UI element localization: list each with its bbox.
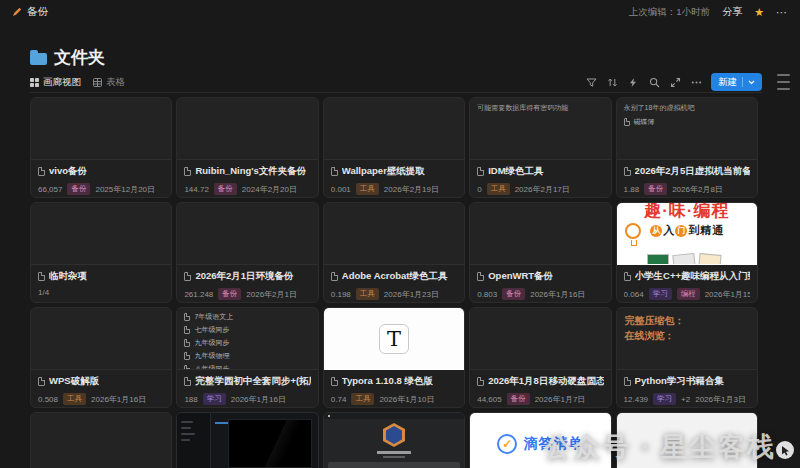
doc-icon xyxy=(38,272,45,281)
gallery-card[interactable]: Wallpaper壁纸提取0.001工具2026年2月19日 xyxy=(323,97,465,198)
more-icon[interactable]: ⋯ xyxy=(776,6,788,19)
card-tag: 工具 xyxy=(351,393,374,405)
subpage-label: 九年级物理 xyxy=(194,351,229,361)
doc-icon xyxy=(184,377,191,386)
gallery-card[interactable]: ✓滴答清单 xyxy=(469,412,611,468)
card-tag: 工具 xyxy=(487,183,510,195)
gallery-card[interactable]: 完整压缩包：在线浏览：Python学习书籍合集12.439学习+22026年1月… xyxy=(616,307,758,408)
card-meta-row: 261.248备份2026年2月1日 xyxy=(184,288,310,300)
tab-gallery-view[interactable]: 画廊视图 xyxy=(30,72,81,92)
gallery-card[interactable]: Ruibin_Ning's文件夹备份144.72备份2024年2月20日 xyxy=(176,97,318,198)
card-count: 0.198 xyxy=(331,290,351,299)
gallery-card[interactable]: vivo备份66,057备份2025年12月20日 xyxy=(30,97,172,198)
card-date: 2026年2月8日 xyxy=(672,184,723,195)
card-title: Typora 1.10.8 绿色版 xyxy=(342,375,433,388)
screenshot-text-line xyxy=(181,439,190,441)
breadcrumb[interactable]: 备份 xyxy=(27,5,48,19)
card-count: 261.248 xyxy=(184,290,213,299)
star-icon[interactable]: ★ xyxy=(754,6,764,19)
gallery-card[interactable]: 临时杂项1/4 xyxy=(30,202,172,303)
gallery-card[interactable] xyxy=(30,412,172,468)
doc-icon xyxy=(184,272,191,281)
card-cover: 可能需要数据库得有密码功能 xyxy=(470,98,610,160)
card-count: 0.74 xyxy=(331,395,347,404)
card-title: 小学生C++趣味编程从入门到精通 xyxy=(635,270,750,283)
screenshot-text-line xyxy=(181,427,191,429)
filter-icon[interactable] xyxy=(585,76,597,88)
gallery-card[interactable] xyxy=(176,412,318,468)
card-title: OpenWRT备份 xyxy=(488,270,553,283)
toc-widget[interactable] xyxy=(777,74,790,90)
doc-icon xyxy=(331,167,338,176)
card-title: Wallpaper壁纸提取 xyxy=(342,165,425,178)
card-date: 2026年1月23日 xyxy=(384,289,439,300)
new-button[interactable]: 新建 xyxy=(711,73,762,91)
lightning-icon[interactable] xyxy=(627,76,639,88)
card-title-row: 2026年1月8日移动硬盘固态备份 xyxy=(477,375,603,388)
card-cover xyxy=(470,308,610,370)
card-meta-row: 0.198工具2026年1月23日 xyxy=(331,288,457,300)
chevron-down-icon xyxy=(748,80,755,85)
card-tag: 备份 xyxy=(507,393,530,405)
gallery-card[interactable]: 7年级语文上七年级同步九年级同步九年级物理八年级同步八年级物理完整学园初中全套同… xyxy=(176,307,318,408)
card-body: Typora 1.10.8 绿色版0.74工具2026年1月10日 xyxy=(324,370,464,405)
card-title-row: 2026年2月1日环境备份 xyxy=(184,270,310,283)
gallery-card[interactable] xyxy=(616,412,758,468)
cover-preview-text: 可能需要数据库得有密码功能 xyxy=(470,98,610,114)
card-meta-row: 0.001工具2026年2月19日 xyxy=(331,183,457,195)
card-meta-row: 188学习2026年1月16日 xyxy=(184,393,310,405)
gallery-card[interactable]: WPS破解版0.508工具2026年1月16日 xyxy=(30,307,172,408)
card-body: WPS破解版0.508工具2026年1月16日 xyxy=(31,370,171,405)
card-count: 1.88 xyxy=(624,185,640,194)
share-button[interactable]: 分享 xyxy=(722,5,742,19)
card-title: IDM绿色工具 xyxy=(488,165,543,178)
card-cover xyxy=(31,308,171,370)
card-body: 完整学园初中全套同步+(拓展)188学习2026年1月16日 xyxy=(177,370,317,405)
card-title: 2026年1月8日移动硬盘固态备份 xyxy=(488,375,603,388)
table-icon xyxy=(93,78,102,87)
card-title-row: 临时杂项 xyxy=(38,270,164,283)
gallery-card[interactable]: 可能需要数据库得有密码功能IDM绿色工具0工具2026年2月17日 xyxy=(469,97,611,198)
book-subtitle-char: 精 xyxy=(700,223,711,238)
gallery-card[interactable]: TTypora 1.10.8 绿色版0.74工具2026年1月10日 xyxy=(323,307,465,408)
gallery-card[interactable] xyxy=(323,412,465,468)
screenshot-toolbar xyxy=(328,462,460,468)
card-cover xyxy=(177,98,317,160)
sort-icon[interactable] xyxy=(606,76,618,88)
gallery-card[interactable]: Adobe Acrobat绿色工具0.198工具2026年1月23日 xyxy=(323,202,465,303)
more-tools-icon[interactable] xyxy=(690,76,702,88)
subpage-label: 八年级同步 xyxy=(194,364,229,370)
cover-highlight-text: 完整压缩包：在线浏览： xyxy=(617,308,757,343)
tab-table-view[interactable]: 表格 xyxy=(93,72,125,92)
card-body: Python学习书籍合集12.439学习+22026年1月3日 xyxy=(617,370,757,405)
gallery-card[interactable]: 永别了18年的虚拟机吧磁碟簿2026年2月5日虚拟机当前备份1.88备份2026… xyxy=(616,97,758,198)
card-meta-row: 12.439学习+22026年1月3日 xyxy=(624,393,750,405)
gallery-card[interactable]: 2026年1月8日移动硬盘固态备份44,605备份2026年1月7日 xyxy=(469,307,611,408)
card-title: Ruibin_Ning's文件夹备份 xyxy=(195,165,306,178)
db-toolbar: 新建 xyxy=(585,73,762,91)
card-cover xyxy=(31,413,171,468)
card-body: Wallpaper壁纸提取0.001工具2026年2月19日 xyxy=(324,160,464,195)
gallery-card[interactable]: 趣·味·编程从入门到精通小学生C++趣味编程从入门到精通0.064学习编程202… xyxy=(616,202,758,303)
card-body: Adobe Acrobat绿色工具0.198工具2026年1月23日 xyxy=(324,265,464,300)
gallery-card[interactable]: 2026年2月1日环境备份261.248备份2026年2月1日 xyxy=(176,202,318,303)
card-date: 2026年1月16日 xyxy=(530,289,585,300)
card-cover xyxy=(31,203,171,265)
gallery-icon xyxy=(30,78,39,87)
card-title: 2026年2月5日虚拟机当前备份 xyxy=(635,165,750,178)
button-divider xyxy=(742,77,743,87)
search-icon[interactable] xyxy=(648,76,660,88)
gallery-card[interactable]: OpenWRT备份0.803备份2026年1月16日 xyxy=(469,202,611,303)
expand-icon[interactable] xyxy=(669,76,681,88)
book-thumbnails xyxy=(647,254,721,265)
book-subtitle-char: 通 xyxy=(712,223,723,238)
view-bar: 画廊视图 表格 新建 xyxy=(30,72,762,93)
check-icon: ✓ xyxy=(497,434,517,454)
card-cover xyxy=(324,98,464,160)
card-count: 66,057 xyxy=(38,185,62,194)
card-cover xyxy=(617,413,757,468)
card-body: Ruibin_Ning's文件夹备份144.72备份2024年2月20日 xyxy=(177,160,317,195)
screenshot-text-line xyxy=(377,451,411,454)
card-tag: 工具 xyxy=(356,183,379,195)
card-title: 临时杂项 xyxy=(49,270,87,283)
